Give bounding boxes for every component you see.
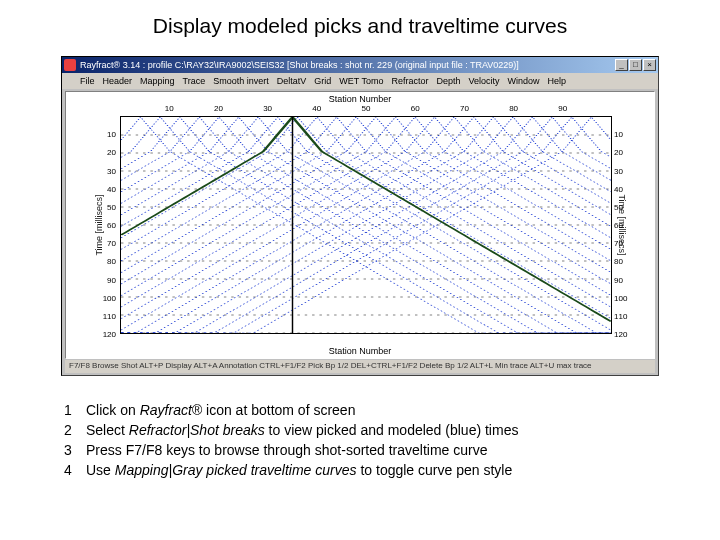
window-title: Rayfract® 3.14 : profile C:\RAY32\IRA900… xyxy=(80,60,615,70)
plot-box xyxy=(120,116,612,334)
y-tick-right: 120 xyxy=(614,330,632,339)
x-tick: 90 xyxy=(558,104,567,113)
y-tick-right: 60 xyxy=(614,221,632,230)
y-tick-right: 110 xyxy=(614,311,632,320)
menubar: File Header Mapping Trace Smooth invert … xyxy=(62,73,658,89)
x-tick: 50 xyxy=(362,104,371,113)
instruction-2: Select Refractor|Shot breaks to view pic… xyxy=(64,420,664,440)
chart-frame: Station Number Station Number Time [mill… xyxy=(65,91,655,359)
chart-area: Station Number Station Number Time [mill… xyxy=(66,92,654,358)
menu-smooth-invert[interactable]: Smooth invert xyxy=(213,76,269,86)
menu-velocity[interactable]: Velocity xyxy=(469,76,500,86)
y-tick-left: 110 xyxy=(96,311,116,320)
maximize-button[interactable]: □ xyxy=(629,59,642,71)
app-icon xyxy=(64,59,76,71)
y-tick-left: 20 xyxy=(96,148,116,157)
x-tick: 10 xyxy=(165,104,174,113)
instruction-4: Use Mapping|Gray picked traveltime curve… xyxy=(64,460,664,480)
y-tick-left: 30 xyxy=(96,166,116,175)
x-tick: 30 xyxy=(263,104,272,113)
y-tick-left: 120 xyxy=(96,330,116,339)
menu-wet-tomo[interactable]: WET Tomo xyxy=(339,76,383,86)
page-title: Display modeled picks and traveltime cur… xyxy=(0,0,720,48)
titlebar: Rayfract® 3.14 : profile C:\RAY32\IRA900… xyxy=(62,57,658,73)
menu-mapping[interactable]: Mapping xyxy=(140,76,175,86)
y-tick-right: 70 xyxy=(614,239,632,248)
y-tick-right: 20 xyxy=(614,148,632,157)
y-tick-left: 80 xyxy=(96,257,116,266)
menu-depth[interactable]: Depth xyxy=(437,76,461,86)
instructions: Click on Rayfract® icon at bottom of scr… xyxy=(64,400,664,480)
minimize-button[interactable]: _ xyxy=(615,59,628,71)
chart-title-top: Station Number xyxy=(66,94,654,104)
y-tick-left: 10 xyxy=(96,130,116,139)
instruction-3: Press F7/F8 keys to browse through shot-… xyxy=(64,440,664,460)
x-tick: 80 xyxy=(509,104,518,113)
menu-deltatv[interactable]: DeltatV xyxy=(277,76,307,86)
y-tick-left: 70 xyxy=(96,239,116,248)
y-tick-right: 80 xyxy=(614,257,632,266)
y-tick-right: 100 xyxy=(614,293,632,302)
app-window: Rayfract® 3.14 : profile C:\RAY32\IRA900… xyxy=(61,56,659,376)
menu-refractor[interactable]: Refractor xyxy=(392,76,429,86)
y-tick-right: 40 xyxy=(614,184,632,193)
chart-title-bottom: Station Number xyxy=(66,346,654,356)
traveltime-curves xyxy=(121,117,611,333)
menu-help[interactable]: Help xyxy=(548,76,567,86)
close-button[interactable]: × xyxy=(643,59,656,71)
y-tick-right: 10 xyxy=(614,130,632,139)
menu-header[interactable]: Header xyxy=(103,76,133,86)
y-tick-right: 90 xyxy=(614,275,632,284)
y-tick-left: 90 xyxy=(96,275,116,284)
x-tick: 40 xyxy=(312,104,321,113)
x-tick: 60 xyxy=(411,104,420,113)
y-tick-left: 60 xyxy=(96,221,116,230)
menu-window[interactable]: Window xyxy=(508,76,540,86)
y-tick-left: 50 xyxy=(96,202,116,211)
menu-grid[interactable]: Grid xyxy=(314,76,331,86)
y-tick-right: 50 xyxy=(614,202,632,211)
y-tick-left: 40 xyxy=(96,184,116,193)
menu-file[interactable]: File xyxy=(80,76,95,86)
x-tick: 70 xyxy=(460,104,469,113)
statusbar: F7/F8 Browse Shot ALT+P Display ALT+A An… xyxy=(65,360,655,373)
instruction-1: Click on Rayfract® icon at bottom of scr… xyxy=(64,400,664,420)
y-tick-right: 30 xyxy=(614,166,632,175)
x-tick: 20 xyxy=(214,104,223,113)
menu-trace[interactable]: Trace xyxy=(183,76,206,86)
y-tick-left: 100 xyxy=(96,293,116,302)
